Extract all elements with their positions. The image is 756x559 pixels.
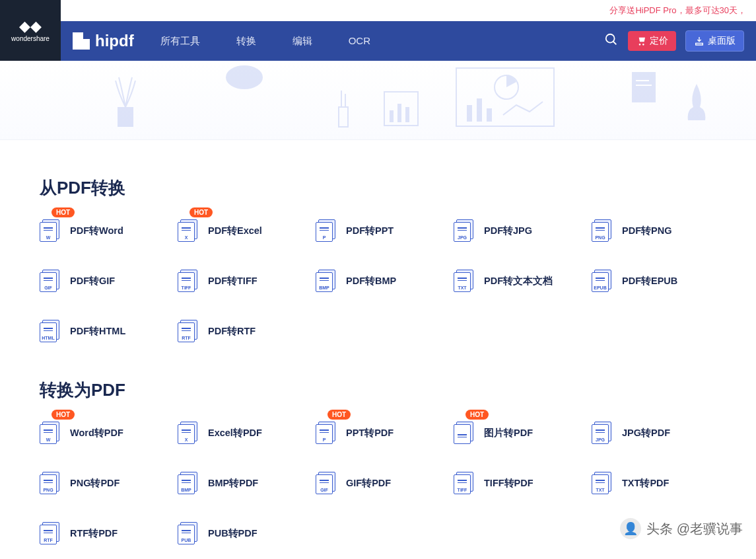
nav-all-tools[interactable]: 所有工具	[160, 35, 200, 48]
watermark-text: 头条 @老骥说事	[646, 520, 743, 538]
nav-edit[interactable]: 编辑	[292, 35, 312, 48]
file-icon: W	[40, 219, 59, 242]
tool-item[interactable]: JPGJPG转PDF	[592, 422, 716, 444]
tool-item[interactable]: TIFFTIFF转PDF	[454, 472, 578, 494]
watermark-icon: 👤	[620, 518, 641, 539]
hero-banner	[0, 61, 756, 140]
tool-item[interactable]: RTFRTF转PDF	[40, 522, 164, 544]
tool-grid: HOTWWord转PDFXExcel转PDFHOTPPPT转PDFHOT图片转P…	[40, 422, 716, 544]
promo-text: 分享送HiPDF Pro，最多可达30天，	[609, 5, 746, 17]
nav-convert[interactable]: 转换	[236, 35, 256, 48]
tool-label: PDF转Excel	[208, 225, 262, 237]
section-title: 从PDF转换	[40, 176, 716, 200]
tool-item[interactable]: HOTXPDF转Excel	[178, 219, 302, 242]
svg-rect-15	[632, 72, 656, 102]
file-icon: BMP	[316, 270, 335, 292]
plant-decoration	[106, 67, 145, 133]
section-0: 从PDF转换HOTWPDF转WordHOTXPDF转ExcelPPDF转PPTJ…	[40, 176, 716, 342]
tool-label: PUB转PDF	[208, 527, 258, 540]
hot-badge: HOT	[52, 410, 75, 420]
tool-item[interactable]: HOTPPPT转PDF	[316, 422, 440, 444]
tool-item[interactable]: JPGPDF转JPG	[454, 219, 578, 242]
tool-item[interactable]: EPUBPDF转EPUB	[592, 270, 716, 292]
tool-item[interactable]: GIFPDF转GIF	[40, 270, 164, 292]
wondershare-logo[interactable]: ◆◆ wondershare	[0, 0, 61, 61]
chart-decoration-2	[456, 67, 555, 127]
tool-item[interactable]: RTFPDF转RTF	[178, 320, 302, 342]
file-icon: RTF	[178, 320, 197, 342]
file-icon: W	[40, 422, 59, 444]
tool-label: PDF转EPUB	[622, 275, 677, 287]
ink-decoration	[680, 81, 713, 127]
hot-badge: HOT	[465, 410, 489, 420]
svg-rect-9	[397, 104, 401, 122]
svg-point-3	[226, 65, 263, 89]
tool-item[interactable]: HOTWWord转PDF	[40, 422, 164, 444]
svg-point-0	[606, 34, 615, 43]
tool-item[interactable]: BMPPDF转BMP	[316, 270, 440, 292]
navbar: hipdf 所有工具 转换 编辑 OCR 定价 桌面版	[61, 21, 756, 61]
tool-item[interactable]: BMPBMP转PDF	[178, 472, 302, 494]
tool-item[interactable]: PPDF转PPT	[316, 219, 440, 242]
tool-item[interactable]: TXTPDF转文本文档	[454, 270, 578, 292]
tool-label: PDF转TIFF	[208, 275, 258, 287]
svg-rect-4	[339, 107, 348, 127]
tool-label: PDF转PNG	[622, 225, 671, 237]
section-title: 转换为PDF	[40, 379, 716, 402]
brand-icon	[73, 32, 90, 50]
tool-item[interactable]: PUBPUB转PDF	[178, 522, 302, 544]
hot-badge: HOT	[327, 410, 351, 420]
tool-item[interactable]: PNGPNG转PDF	[40, 472, 164, 494]
tool-label: PDF转Word	[70, 225, 123, 237]
file-icon: JPG	[592, 422, 611, 444]
file-icon: PUB	[178, 522, 197, 544]
nav-ocr[interactable]: OCR	[349, 35, 370, 48]
file-icon: TIFF	[454, 472, 473, 494]
pricing-button[interactable]: 定价	[628, 31, 676, 51]
file-icon: X	[178, 422, 197, 444]
svg-rect-14	[487, 108, 492, 122]
nav-right: 定价 桌面版	[604, 30, 744, 52]
section-1: 转换为PDFHOTWWord转PDFXExcel转PDFHOTPPPT转PDFH…	[40, 379, 716, 544]
file-icon: PNG	[40, 472, 59, 494]
tool-label: Word转PDF	[70, 427, 123, 439]
tool-label: PNG转PDF	[70, 477, 120, 490]
header: ◆◆ wondershare hipdf 所有工具 转换 编辑 OCR 定价 桌…	[0, 21, 756, 61]
file-icon: RTF	[40, 522, 59, 544]
hot-badge: HOT	[52, 207, 75, 217]
tool-label: JPG转PDF	[622, 427, 670, 439]
svg-rect-13	[477, 98, 482, 122]
svg-rect-10	[405, 107, 409, 122]
file-icon: P	[316, 219, 335, 242]
tool-item[interactable]: HOTWPDF转Word	[40, 219, 164, 242]
tool-label: PDF转JPG	[484, 225, 532, 237]
file-icon: TIFF	[178, 270, 197, 292]
pricing-label: 定价	[650, 35, 668, 47]
tool-item[interactable]: HOT图片转PDF	[454, 422, 578, 444]
file-icon: HTML	[40, 320, 59, 342]
tool-item[interactable]: TXTTXT转PDF	[592, 472, 716, 494]
tool-item[interactable]: GIFGIF转PDF	[316, 472, 440, 494]
tool-label: PDF转RTF	[208, 325, 256, 338]
search-icon[interactable]	[604, 32, 619, 50]
tool-item[interactable]: TIFFPDF转TIFF	[178, 270, 302, 292]
lamp-decoration	[224, 61, 264, 94]
tool-grid: HOTWPDF转WordHOTXPDF转ExcelPPDF转PPTJPGPDF转…	[40, 219, 716, 342]
tool-item[interactable]: PNGPDF转PNG	[592, 219, 716, 242]
tool-label: PDF转HTML	[70, 325, 125, 338]
tool-label: PDF转GIF	[70, 275, 115, 287]
tool-label: RTF转PDF	[70, 527, 118, 540]
file-icon: X	[178, 219, 197, 242]
desktop-button[interactable]: 桌面版	[685, 30, 744, 52]
brand[interactable]: hipdf	[73, 32, 134, 50]
wondershare-icon: ◆◆	[19, 19, 42, 34]
file-icon: BMP	[178, 472, 197, 494]
tool-item[interactable]: XExcel转PDF	[178, 422, 302, 444]
doc-decoration	[631, 71, 657, 104]
svg-rect-8	[390, 110, 394, 122]
promo-banner[interactable]: 分享送HiPDF Pro，最多可达30天，	[0, 0, 756, 21]
tool-item[interactable]: HTMLPDF转HTML	[40, 320, 164, 342]
file-icon: JPG	[454, 219, 473, 242]
tool-label: 图片转PDF	[484, 427, 533, 439]
file-icon: P	[316, 422, 335, 444]
